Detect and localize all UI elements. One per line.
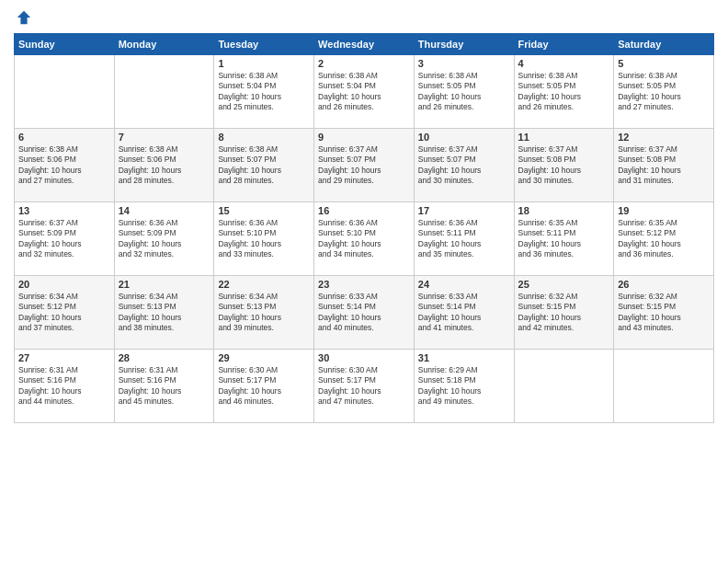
day-number: 24	[418, 279, 510, 290]
day-info: Sunrise: 6:32 AM Sunset: 5:15 PM Dayligh…	[518, 292, 610, 334]
day-info: Sunrise: 6:38 AM Sunset: 5:07 PM Dayligh…	[218, 144, 310, 187]
day-info: Sunrise: 6:33 AM Sunset: 5:14 PM Dayligh…	[318, 292, 410, 334]
day-number: 4	[518, 58, 610, 69]
calendar-day-cell	[114, 55, 214, 129]
calendar-day-cell: 23Sunrise: 6:33 AM Sunset: 5:14 PM Dayli…	[314, 276, 415, 350]
calendar-table: SundayMondayTuesdayWednesdayThursdayFrid…	[14, 33, 714, 423]
svg-marker-0	[17, 11, 30, 24]
day-number: 20	[18, 279, 110, 290]
day-info: Sunrise: 6:30 AM Sunset: 5:17 PM Dayligh…	[318, 365, 410, 408]
day-info: Sunrise: 6:38 AM Sunset: 5:06 PM Dayligh…	[18, 144, 110, 187]
calendar-day-cell: 29Sunrise: 6:30 AM Sunset: 5:17 PM Dayli…	[214, 350, 314, 423]
day-info: Sunrise: 6:35 AM Sunset: 5:11 PM Dayligh…	[518, 218, 610, 260]
day-number: 29	[218, 352, 310, 363]
day-number: 14	[119, 205, 210, 216]
day-number: 30	[318, 352, 410, 363]
day-info: Sunrise: 6:37 AM Sunset: 5:08 PM Dayligh…	[618, 144, 710, 187]
calendar-day-header: Monday	[114, 34, 214, 55]
calendar-day-cell: 9Sunrise: 6:37 AM Sunset: 5:07 PM Daylig…	[314, 129, 415, 202]
calendar-day-cell: 5Sunrise: 6:38 AM Sunset: 5:05 PM Daylig…	[614, 55, 714, 129]
day-number: 3	[418, 58, 510, 69]
day-info: Sunrise: 6:36 AM Sunset: 5:11 PM Dayligh…	[418, 218, 510, 260]
calendar-day-cell: 22Sunrise: 6:34 AM Sunset: 5:13 PM Dayli…	[214, 276, 314, 350]
day-number: 27	[18, 352, 110, 363]
day-number: 10	[418, 132, 510, 143]
calendar-day-cell: 16Sunrise: 6:36 AM Sunset: 5:10 PM Dayli…	[314, 202, 415, 276]
day-info: Sunrise: 6:31 AM Sunset: 5:16 PM Dayligh…	[119, 365, 210, 408]
calendar-day-header: Tuesday	[214, 34, 314, 55]
day-number: 2	[318, 58, 410, 69]
calendar-day-cell: 18Sunrise: 6:35 AM Sunset: 5:11 PM Dayli…	[514, 202, 614, 276]
day-info: Sunrise: 6:37 AM Sunset: 5:07 PM Dayligh…	[418, 144, 510, 187]
day-info: Sunrise: 6:37 AM Sunset: 5:08 PM Dayligh…	[518, 144, 610, 187]
day-info: Sunrise: 6:38 AM Sunset: 5:05 PM Dayligh…	[418, 71, 510, 113]
calendar-day-cell: 1Sunrise: 6:38 AM Sunset: 5:04 PM Daylig…	[214, 55, 314, 129]
day-info: Sunrise: 6:38 AM Sunset: 5:06 PM Dayligh…	[119, 144, 210, 187]
calendar-day-cell: 21Sunrise: 6:34 AM Sunset: 5:13 PM Dayli…	[114, 276, 214, 350]
calendar-day-cell: 19Sunrise: 6:35 AM Sunset: 5:12 PM Dayli…	[614, 202, 714, 276]
day-info: Sunrise: 6:34 AM Sunset: 5:13 PM Dayligh…	[218, 292, 310, 334]
day-info: Sunrise: 6:38 AM Sunset: 5:04 PM Dayligh…	[218, 71, 310, 113]
day-number: 9	[318, 132, 410, 143]
day-info: Sunrise: 6:31 AM Sunset: 5:16 PM Dayligh…	[18, 365, 110, 408]
calendar-day-cell: 20Sunrise: 6:34 AM Sunset: 5:12 PM Dayli…	[15, 276, 115, 350]
day-number: 12	[618, 132, 710, 143]
day-info: Sunrise: 6:36 AM Sunset: 5:10 PM Dayligh…	[218, 218, 310, 260]
day-number: 26	[618, 279, 710, 290]
day-number: 18	[518, 205, 610, 216]
calendar-day-cell: 10Sunrise: 6:37 AM Sunset: 5:07 PM Dayli…	[414, 129, 514, 202]
calendar-day-cell: 2Sunrise: 6:38 AM Sunset: 5:04 PM Daylig…	[314, 55, 415, 129]
calendar-day-cell: 4Sunrise: 6:38 AM Sunset: 5:05 PM Daylig…	[514, 55, 614, 129]
day-number: 23	[318, 279, 410, 290]
calendar-header-row: SundayMondayTuesdayWednesdayThursdayFrid…	[15, 34, 714, 55]
day-number: 22	[218, 279, 310, 290]
calendar-day-cell: 11Sunrise: 6:37 AM Sunset: 5:08 PM Dayli…	[514, 129, 614, 202]
day-info: Sunrise: 6:38 AM Sunset: 5:04 PM Dayligh…	[318, 71, 410, 113]
day-number: 16	[318, 205, 410, 216]
calendar-day-cell: 27Sunrise: 6:31 AM Sunset: 5:16 PM Dayli…	[15, 350, 115, 423]
calendar-day-cell	[15, 55, 115, 129]
day-info: Sunrise: 6:34 AM Sunset: 5:13 PM Dayligh…	[119, 292, 210, 334]
day-info: Sunrise: 6:32 AM Sunset: 5:15 PM Dayligh…	[618, 292, 710, 334]
calendar-day-cell	[614, 350, 714, 423]
day-info: Sunrise: 6:38 AM Sunset: 5:05 PM Dayligh…	[618, 71, 710, 113]
day-number: 21	[119, 279, 210, 290]
day-number: 7	[119, 132, 210, 143]
day-info: Sunrise: 6:36 AM Sunset: 5:09 PM Dayligh…	[119, 218, 210, 260]
calendar-day-cell: 12Sunrise: 6:37 AM Sunset: 5:08 PM Dayli…	[614, 129, 714, 202]
day-number: 11	[518, 132, 610, 143]
calendar-day-cell: 28Sunrise: 6:31 AM Sunset: 5:16 PM Dayli…	[114, 350, 214, 423]
calendar-week-row: 20Sunrise: 6:34 AM Sunset: 5:12 PM Dayli…	[15, 276, 714, 350]
day-number: 6	[18, 132, 110, 143]
header	[14, 9, 714, 26]
calendar-day-cell: 30Sunrise: 6:30 AM Sunset: 5:17 PM Dayli…	[314, 350, 415, 423]
calendar-day-header: Thursday	[414, 34, 514, 55]
calendar-day-header: Saturday	[614, 34, 714, 55]
day-number: 1	[218, 58, 310, 69]
day-number: 25	[518, 279, 610, 290]
day-number: 28	[119, 352, 210, 363]
calendar-day-cell: 3Sunrise: 6:38 AM Sunset: 5:05 PM Daylig…	[414, 55, 514, 129]
day-info: Sunrise: 6:33 AM Sunset: 5:14 PM Dayligh…	[418, 292, 510, 334]
day-info: Sunrise: 6:34 AM Sunset: 5:12 PM Dayligh…	[18, 292, 110, 334]
day-number: 31	[418, 352, 510, 363]
day-number: 5	[618, 58, 710, 69]
calendar-day-cell: 24Sunrise: 6:33 AM Sunset: 5:14 PM Dayli…	[414, 276, 514, 350]
day-number: 13	[18, 205, 110, 216]
calendar-week-row: 13Sunrise: 6:37 AM Sunset: 5:09 PM Dayli…	[15, 202, 714, 276]
day-number: 8	[218, 132, 310, 143]
calendar-week-row: 27Sunrise: 6:31 AM Sunset: 5:16 PM Dayli…	[15, 350, 714, 423]
calendar-day-cell: 15Sunrise: 6:36 AM Sunset: 5:10 PM Dayli…	[214, 202, 314, 276]
day-number: 15	[218, 205, 310, 216]
calendar-day-cell: 7Sunrise: 6:38 AM Sunset: 5:06 PM Daylig…	[114, 129, 214, 202]
page: SundayMondayTuesdayWednesdayThursdayFrid…	[0, 0, 728, 563]
calendar-day-cell: 13Sunrise: 6:37 AM Sunset: 5:09 PM Dayli…	[15, 202, 115, 276]
day-number: 17	[418, 205, 510, 216]
calendar-week-row: 6Sunrise: 6:38 AM Sunset: 5:06 PM Daylig…	[15, 129, 714, 202]
day-info: Sunrise: 6:29 AM Sunset: 5:18 PM Dayligh…	[418, 365, 510, 408]
calendar-day-cell: 6Sunrise: 6:38 AM Sunset: 5:06 PM Daylig…	[15, 129, 115, 202]
calendar-day-header: Sunday	[15, 34, 115, 55]
calendar-day-cell: 17Sunrise: 6:36 AM Sunset: 5:11 PM Dayli…	[414, 202, 514, 276]
calendar-day-cell	[514, 350, 614, 423]
day-info: Sunrise: 6:38 AM Sunset: 5:05 PM Dayligh…	[518, 71, 610, 113]
